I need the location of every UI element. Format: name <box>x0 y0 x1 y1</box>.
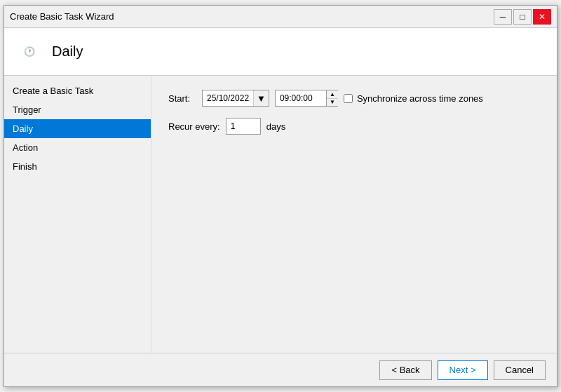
sidebar-item-trigger: Trigger <box>4 100 151 119</box>
sync-checkbox-label[interactable]: Synchronize across time zones <box>344 93 483 104</box>
header-icon: 🕐 <box>15 38 43 66</box>
sidebar-item-create-basic-task: Create a Basic Task <box>4 81 151 100</box>
wizard-window: Create Basic Task Wizard ─ □ ✕ 🕐 Daily C… <box>4 5 557 387</box>
close-button[interactable]: ✕ <box>533 9 551 25</box>
recur-row: Recur every: days <box>168 118 540 135</box>
clock-icon: 🕐 <box>24 46 35 57</box>
minimize-button[interactable]: ─ <box>494 9 512 25</box>
time-spinner: ▲ ▼ <box>326 90 338 106</box>
time-input-wrapper: ▲ ▼ <box>275 90 338 107</box>
main-content: Start: 25/10/2022 ▼ ▲ ▼ <box>151 76 557 353</box>
window-title: Create Basic Task Wizard <box>10 11 114 22</box>
recur-label: Recur every: <box>168 121 220 132</box>
header-section: 🕐 Daily <box>4 28 557 76</box>
content-area: Create a Basic Task Trigger Daily Action… <box>4 76 557 353</box>
start-row: Start: 25/10/2022 ▼ ▲ ▼ <box>168 90 540 107</box>
maximize-button[interactable]: □ <box>513 9 532 25</box>
time-decrement-button[interactable]: ▼ <box>327 99 338 107</box>
sidebar-item-daily[interactable]: Daily <box>4 119 151 138</box>
sidebar-item-action: Action <box>4 138 151 157</box>
days-label: days <box>266 121 285 132</box>
back-button[interactable]: < Back <box>379 360 431 380</box>
header-title: Daily <box>52 43 83 60</box>
title-bar-controls: ─ □ ✕ <box>494 9 551 25</box>
sidebar-item-finish: Finish <box>4 157 151 176</box>
next-button[interactable]: Next > <box>438 360 488 380</box>
cancel-button[interactable]: Cancel <box>494 360 546 380</box>
footer: < Back Next > Cancel <box>4 353 557 386</box>
recur-input[interactable] <box>226 118 261 135</box>
time-increment-button[interactable]: ▲ <box>327 90 338 99</box>
sidebar: Create a Basic Task Trigger Daily Action… <box>4 76 151 353</box>
title-bar-left: Create Basic Task Wizard <box>10 11 114 22</box>
date-value: 25/10/2022 <box>203 92 253 104</box>
time-input[interactable] <box>276 90 326 106</box>
title-bar: Create Basic Task Wizard ─ □ ✕ <box>4 6 557 28</box>
sync-label: Synchronize across time zones <box>357 93 483 104</box>
calendar-icon: ▼ <box>257 93 266 104</box>
start-label: Start: <box>168 93 196 104</box>
sync-checkbox[interactable] <box>344 94 353 103</box>
date-field-container: 25/10/2022 ▼ <box>202 90 269 107</box>
date-picker-button[interactable]: ▼ <box>253 90 269 106</box>
